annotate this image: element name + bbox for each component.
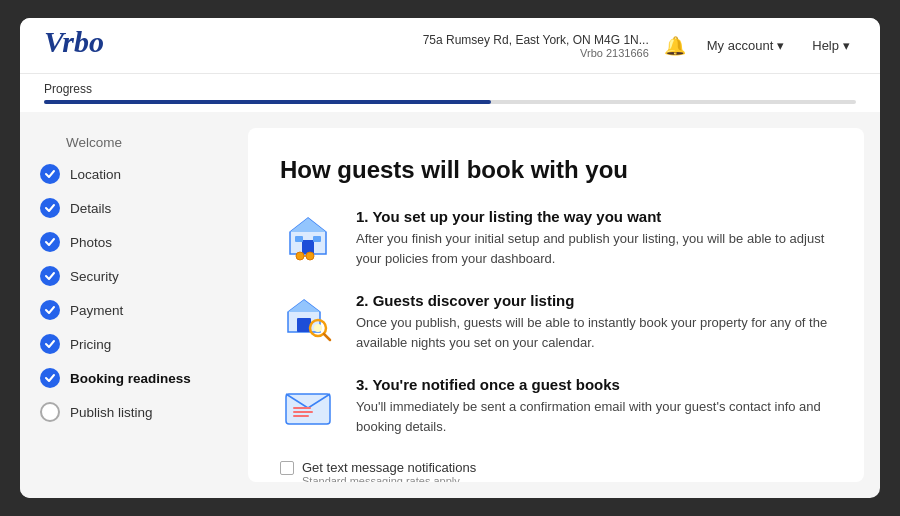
step-1: 1. You set up your listing the way you w… <box>280 208 832 268</box>
email-notification-icon <box>280 376 336 432</box>
sidebar-photos-label: Photos <box>70 235 112 250</box>
svg-rect-11 <box>297 318 311 332</box>
notification-subtext: Standard messaging rates apply <box>302 475 832 482</box>
step-2-desc: Once you publish, guests will be able to… <box>356 313 832 352</box>
notification-bell-icon[interactable]: 🔔 <box>665 36 685 56</box>
check-icon-details <box>40 198 60 218</box>
step-2-title: 2. Guests discover your listing <box>356 292 832 309</box>
sidebar-item-location[interactable]: Location <box>20 157 240 191</box>
sidebar: Welcome Location Details P <box>20 112 240 498</box>
sidebar-item-publish-listing[interactable]: Publish listing <box>20 395 240 429</box>
app-window: Vrbo 75a Rumsey Rd, East York, ON M4G 1N… <box>20 18 880 498</box>
check-icon-security <box>40 266 60 286</box>
svg-marker-10 <box>288 300 320 312</box>
svg-rect-5 <box>313 236 321 242</box>
sidebar-item-payment[interactable]: Payment <box>20 293 240 327</box>
notification-row: Get text message notifications <box>280 460 832 475</box>
step-3: 3. You're notified once a guest books Yo… <box>280 376 832 436</box>
vrbo-logo[interactable]: Vrbo <box>44 24 124 67</box>
page-title: How guests will book with you <box>280 156 832 184</box>
svg-rect-4 <box>295 236 303 242</box>
svg-point-7 <box>306 252 314 260</box>
sidebar-pricing-label: Pricing <box>70 337 111 352</box>
header: Vrbo 75a Rumsey Rd, East York, ON M4G 1N… <box>20 18 880 74</box>
house-setup-icon <box>280 208 336 264</box>
step-3-text: 3. You're notified once a guest books Yo… <box>356 376 832 436</box>
header-right: 75a Rumsey Rd, East York, ON M4G 1N... V… <box>423 33 856 59</box>
address-sub: Vrbo 2131666 <box>423 47 649 59</box>
content-panel: How guests will book with you <box>248 128 864 482</box>
my-account-menu[interactable]: My account ▾ <box>701 34 790 57</box>
svg-point-6 <box>296 252 304 260</box>
header-address: 75a Rumsey Rd, East York, ON M4G 1N... V… <box>423 33 649 59</box>
step-1-text: 1. You set up your listing the way you w… <box>356 208 832 268</box>
step-1-desc: After you finish your initial setup and … <box>356 229 832 268</box>
step-2-text: 2. Guests discover your listing Once you… <box>356 292 832 352</box>
sidebar-item-booking-readiness[interactable]: Booking readiness <box>20 361 240 395</box>
sidebar-details-label: Details <box>70 201 111 216</box>
sidebar-security-label: Security <box>70 269 119 284</box>
check-icon-location <box>40 164 60 184</box>
check-icon-booking-readiness <box>40 368 60 388</box>
address-main: 75a Rumsey Rd, East York, ON M4G 1N... <box>423 33 649 47</box>
search-discover-icon <box>280 292 336 348</box>
sidebar-payment-label: Payment <box>70 303 123 318</box>
svg-rect-3 <box>302 240 314 254</box>
sidebar-item-welcome[interactable]: Welcome <box>20 128 240 157</box>
svg-line-14 <box>324 334 330 340</box>
main-content: Welcome Location Details P <box>20 112 880 498</box>
check-icon-pricing <box>40 334 60 354</box>
help-menu[interactable]: Help ▾ <box>806 34 856 57</box>
sidebar-item-pricing[interactable]: Pricing <box>20 327 240 361</box>
text-notification-checkbox[interactable] <box>280 461 294 475</box>
sidebar-publish-listing-label: Publish listing <box>70 405 153 420</box>
progress-fill <box>44 100 491 104</box>
sidebar-item-photos[interactable]: Photos <box>20 225 240 259</box>
sidebar-location-label: Location <box>70 167 121 182</box>
svg-marker-2 <box>290 218 326 232</box>
check-icon-photos <box>40 232 60 252</box>
check-icon-payment <box>40 300 60 320</box>
sidebar-item-details[interactable]: Details <box>20 191 240 225</box>
svg-text:Vrbo: Vrbo <box>44 25 104 58</box>
sidebar-booking-readiness-label: Booking readiness <box>70 371 191 386</box>
notification-label: Get text message notifications <box>302 460 476 475</box>
svg-point-13 <box>314 324 322 332</box>
sidebar-welcome-label: Welcome <box>66 135 122 150</box>
progress-label: Progress <box>44 82 856 96</box>
chevron-down-icon: ▾ <box>777 38 784 53</box>
step-3-title: 3. You're notified once a guest books <box>356 376 832 393</box>
progress-section: Progress <box>20 74 880 112</box>
step-3-desc: You'll immediately be sent a confirmatio… <box>356 397 832 436</box>
step-1-title: 1. You set up your listing the way you w… <box>356 208 832 225</box>
progress-track <box>44 100 856 104</box>
empty-circle-publish <box>40 402 60 422</box>
chevron-down-icon: ▾ <box>843 38 850 53</box>
sidebar-item-security[interactable]: Security <box>20 259 240 293</box>
step-2: 2. Guests discover your listing Once you… <box>280 292 832 352</box>
